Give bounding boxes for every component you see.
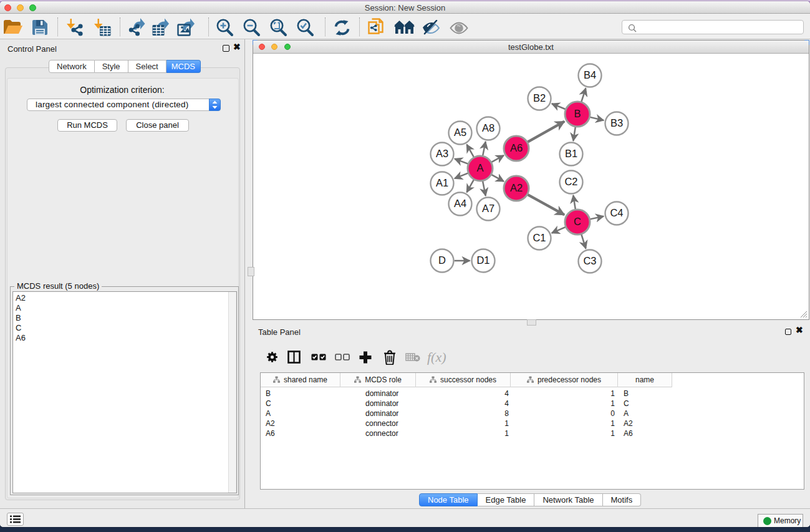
svg-text:C2: C2 xyxy=(564,176,577,187)
svg-text:B: B xyxy=(574,108,581,119)
svg-text:C3: C3 xyxy=(583,255,596,266)
svg-text:A4: A4 xyxy=(454,198,466,209)
svg-text:A: A xyxy=(476,162,483,173)
svg-text:B1: B1 xyxy=(565,148,577,159)
svg-text:C4: C4 xyxy=(610,207,623,218)
svg-text:C1: C1 xyxy=(533,232,546,243)
svg-text:A1: A1 xyxy=(436,177,448,188)
svg-text:B2: B2 xyxy=(533,92,546,104)
svg-text:B3: B3 xyxy=(610,117,623,128)
svg-text:A5: A5 xyxy=(454,127,466,138)
svg-text:D1: D1 xyxy=(476,254,489,266)
svg-text:A8: A8 xyxy=(482,122,494,133)
svg-text:C: C xyxy=(574,216,581,227)
svg-text:D: D xyxy=(438,254,446,266)
svg-text:A6: A6 xyxy=(510,142,523,153)
svg-text:A7: A7 xyxy=(482,203,494,214)
svg-text:B4: B4 xyxy=(584,69,596,80)
svg-text:A3: A3 xyxy=(436,148,448,159)
svg-text:A2: A2 xyxy=(510,182,523,193)
